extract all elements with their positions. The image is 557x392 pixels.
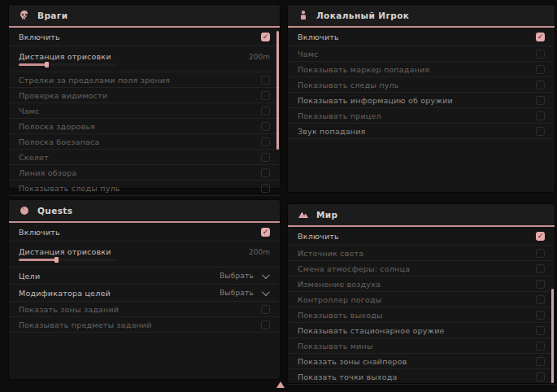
- setting-label: Включить: [19, 33, 261, 41]
- setting-label: Показать зоны снайперов: [298, 357, 536, 366]
- checkbox[interactable]: [536, 81, 545, 89]
- setting-row[interactable]: Смена атмосферы: солнца: [288, 261, 555, 277]
- select-row: ЦелиВыбрать: [9, 268, 280, 285]
- checkbox[interactable]: [261, 76, 270, 85]
- resize-handle[interactable]: [276, 381, 285, 388]
- panel-header-quests: Quests: [9, 200, 280, 223]
- panel-title: Локальный Игрок: [316, 11, 409, 20]
- setting-label: Дистанция отрисовки: [19, 52, 249, 61]
- slider-thumb[interactable]: [45, 62, 49, 68]
- checkbox[interactable]: [536, 342, 545, 351]
- panel-enemies: ВрагиВключить✓Дистанция отрисовки200mСтр…: [8, 4, 281, 189]
- checkbox[interactable]: ✓: [536, 232, 545, 241]
- setting-label: Показывать следы пуль: [298, 81, 536, 89]
- checkbox[interactable]: [261, 107, 270, 115]
- setting-row[interactable]: Чамс: [9, 103, 280, 119]
- setting-label: Стрелки за пределами поля зрения: [19, 76, 261, 85]
- checkbox[interactable]: [536, 65, 545, 74]
- setting-row[interactable]: Показывать мины: [288, 338, 555, 354]
- scrollbar-thumb[interactable]: [276, 31, 279, 150]
- dropdown[interactable]: Выбрать: [220, 289, 268, 297]
- skull-icon: [19, 10, 30, 21]
- setting-row[interactable]: Включить✓: [288, 28, 555, 46]
- panel-world: МирВключить✓Источник светаСмена атмосфер…: [287, 203, 555, 384]
- setting-label: Показывать следы пуль: [19, 184, 261, 193]
- checkbox[interactable]: [261, 153, 270, 162]
- slider-value: 200m: [249, 248, 270, 256]
- slider-row: Дистанция отрисовки200m: [9, 242, 280, 268]
- slider-track[interactable]: [19, 259, 118, 261]
- checkbox[interactable]: [536, 264, 545, 273]
- checkbox[interactable]: ✓: [536, 33, 545, 41]
- setting-row[interactable]: Показывать следы пуль: [288, 77, 555, 93]
- setting-row[interactable]: Показывать прицел: [288, 108, 555, 124]
- setting-row[interactable]: Показывать выходы: [288, 307, 555, 323]
- dropdown[interactable]: Выбрать: [220, 272, 268, 280]
- slider-track[interactable]: [19, 63, 118, 66]
- setting-row[interactable]: Включить✓: [288, 227, 555, 246]
- checkbox[interactable]: [261, 91, 270, 100]
- panel-quests: QuestsВключить✓Дистанция отрисовки200mЦе…: [8, 199, 281, 380]
- checkbox[interactable]: [261, 122, 270, 131]
- setting-row[interactable]: Включить✓: [9, 223, 280, 242]
- setting-row[interactable]: Показывать предметы заданий: [9, 317, 280, 333]
- checkbox[interactable]: [536, 249, 545, 258]
- slider-thumb[interactable]: [54, 257, 59, 263]
- checkbox[interactable]: [536, 372, 545, 381]
- setting-row[interactable]: Показывать стационарное оружие: [288, 323, 555, 338]
- setting-label: Показывать прицел: [298, 111, 536, 120]
- setting-row[interactable]: Источник света: [288, 246, 555, 261]
- person-icon: [298, 10, 309, 21]
- setting-row[interactable]: Контроллер погоды: [288, 292, 555, 307]
- panel-title: Quests: [37, 206, 72, 216]
- setting-row[interactable]: Включить✓: [9, 28, 280, 46]
- setting-row[interactable]: Чамс: [288, 46, 555, 62]
- chevron-down-icon: [262, 271, 270, 279]
- checkbox[interactable]: [536, 295, 545, 304]
- checkbox[interactable]: [261, 168, 270, 177]
- slider-fill: [19, 63, 46, 66]
- setting-row[interactable]: Изменение воздуха: [288, 277, 555, 292]
- panel-body-world: Включить✓Источник светаСмена атмосферы: …: [288, 227, 555, 385]
- setting-row[interactable]: Звук попадания: [288, 124, 555, 139]
- checkbox[interactable]: [536, 50, 545, 59]
- checkbox[interactable]: ✓: [261, 228, 270, 237]
- setting-row[interactable]: Полоска здоровья: [9, 119, 280, 134]
- setting-label: Показывать стационарное оружие: [298, 326, 536, 335]
- checkbox[interactable]: [536, 111, 545, 120]
- dropdown-value: Выбрать: [220, 272, 254, 280]
- setting-row[interactable]: Стрелки за пределами поля зрения: [9, 72, 280, 88]
- setting-row[interactable]: Проверка видимости: [9, 88, 280, 103]
- checkbox[interactable]: [261, 184, 270, 193]
- setting-row[interactable]: Показывать информацию об оружии: [288, 93, 555, 108]
- chevron-down-icon: [262, 288, 270, 296]
- setting-row[interactable]: Линия обзора: [9, 165, 280, 181]
- setting-label: Показывать мины: [298, 342, 536, 351]
- setting-label: Чамс: [298, 50, 536, 59]
- slider-label-line: Дистанция отрисовки200m: [19, 52, 270, 61]
- checkbox[interactable]: [261, 305, 270, 314]
- setting-row[interactable]: Показывать маркер попадания: [288, 62, 555, 77]
- checkbox[interactable]: [536, 280, 545, 289]
- checkbox[interactable]: [536, 326, 545, 335]
- setting-label: Полоска здоровья: [19, 122, 261, 131]
- panel-local: Локальный ИгрокВключить✓ЧамсПоказывать м…: [287, 4, 555, 193]
- setting-label: Полоска боезапаса: [19, 137, 261, 146]
- panel-body-enemies: Включить✓Дистанция отрисовки200mСтрелки …: [9, 28, 280, 196]
- scrollbar-thumb[interactable]: [551, 289, 554, 383]
- setting-row[interactable]: Показывать следы пуль: [9, 181, 280, 196]
- checkbox[interactable]: [536, 357, 545, 366]
- checkbox[interactable]: [536, 127, 545, 136]
- setting-row[interactable]: Полоска боезапаса: [9, 134, 280, 150]
- checkbox[interactable]: ✓: [261, 33, 270, 41]
- checkbox[interactable]: [536, 311, 545, 320]
- setting-row[interactable]: Показать зоны снайперов: [288, 354, 555, 369]
- setting-row[interactable]: Показать точки выхода: [288, 369, 555, 385]
- checkbox[interactable]: [536, 96, 545, 105]
- checkbox[interactable]: [261, 137, 270, 146]
- setting-row[interactable]: Скелет: [9, 150, 280, 165]
- setting-label: Включить: [298, 232, 536, 241]
- setting-label: Проверка видимости: [19, 91, 261, 100]
- checkbox[interactable]: [261, 320, 270, 329]
- setting-row[interactable]: Показать зоны заданий: [9, 302, 280, 317]
